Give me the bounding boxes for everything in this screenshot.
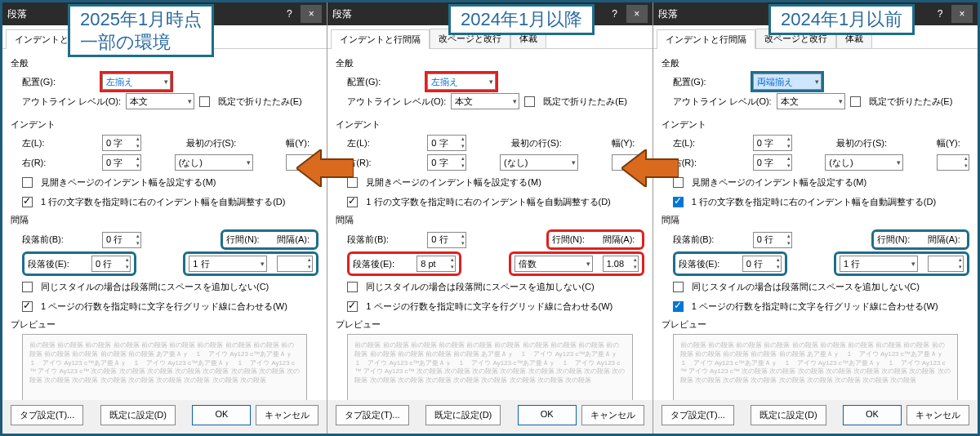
alignment-select[interactable]: 両端揃え bbox=[753, 73, 822, 90]
space-after-input[interactable]: 8 pt bbox=[416, 256, 456, 272]
section-general: 全般 bbox=[336, 57, 644, 69]
grid-label: 1 ページの行数を指定時に文字を行グリッド線に合わせる(W) bbox=[366, 300, 612, 313]
space-after-input[interactable]: 0 行 bbox=[91, 256, 131, 272]
label-linespacing: 行間(N): bbox=[877, 234, 918, 246]
grid-label: 1 ページの行数を指定時に文字を行グリッド線に合わせる(W) bbox=[692, 300, 938, 313]
fold-checkbox[interactable] bbox=[524, 96, 535, 107]
label-outline: アウトライン レベル(O): bbox=[22, 96, 121, 108]
indent-right-input[interactable]: 0 字 bbox=[427, 154, 466, 171]
tabs-button[interactable]: タブ設定(T)... bbox=[336, 405, 408, 425]
svg-marker-0 bbox=[296, 149, 354, 187]
indent-right-input[interactable]: 0 字 bbox=[753, 154, 792, 171]
mirror-label: 見開きページのインデント幅を設定する(M) bbox=[692, 176, 867, 189]
samestyle-checkbox[interactable] bbox=[22, 282, 33, 292]
autoindent-checkbox[interactable] bbox=[673, 197, 684, 207]
label-after: 段落後(E): bbox=[679, 258, 737, 270]
firstline-select[interactable]: (なし) bbox=[500, 154, 578, 171]
grid-checkbox[interactable] bbox=[347, 301, 358, 312]
firstline-select[interactable]: (なし) bbox=[175, 154, 253, 171]
fold-checkbox[interactable] bbox=[199, 96, 210, 107]
default-button[interactable]: 既定に設定(D) bbox=[100, 405, 176, 425]
label-gap: 間隔(A): bbox=[603, 234, 639, 246]
help-icon[interactable]: ? bbox=[281, 8, 297, 20]
label-width: 幅(Y): bbox=[612, 137, 644, 149]
indent-left-input[interactable]: 0 字 bbox=[102, 135, 141, 151]
label-outline: アウトライン レベル(O): bbox=[347, 96, 446, 108]
grid-label: 1 ページの行数を指定時に文字を行グリッド線に合わせる(W) bbox=[41, 300, 287, 313]
grid-checkbox[interactable] bbox=[673, 301, 684, 312]
cancel-button[interactable]: キャンセル bbox=[256, 405, 318, 425]
space-after-input[interactable]: 0 行 bbox=[742, 256, 782, 272]
section-spacing: 間隔 bbox=[662, 214, 969, 226]
tabs-button[interactable]: タブ設定(T)... bbox=[662, 405, 734, 425]
space-before-input[interactable]: 0 行 bbox=[753, 232, 792, 248]
cancel-button[interactable]: キャンセル bbox=[581, 405, 644, 425]
label-linespacing: 行間(N): bbox=[226, 234, 267, 246]
section-general: 全般 bbox=[662, 57, 969, 69]
help-icon[interactable]: ? bbox=[607, 8, 623, 20]
samestyle-checkbox[interactable] bbox=[347, 282, 358, 292]
gap-input[interactable] bbox=[277, 256, 313, 272]
section-preview: プレビュー bbox=[336, 318, 644, 331]
tab-indent-spacing[interactable]: インデントと行間隔 bbox=[331, 29, 430, 49]
label-right: 右(R): bbox=[22, 157, 97, 169]
width-input[interactable] bbox=[937, 154, 969, 171]
alignment-select[interactable]: 左揃え bbox=[102, 73, 171, 90]
label-alignment: 配置(G): bbox=[347, 76, 422, 88]
ok-button[interactable]: OK bbox=[843, 405, 902, 425]
dialog-title: 段落 bbox=[332, 7, 352, 21]
cancel-button[interactable]: キャンセル bbox=[906, 405, 969, 425]
help-icon[interactable]: ? bbox=[932, 8, 948, 20]
tabs-button[interactable]: タブ設定(T)... bbox=[11, 405, 83, 425]
outline-select[interactable]: 本文 bbox=[451, 93, 519, 109]
outline-select[interactable]: 本文 bbox=[777, 93, 845, 109]
gap-input[interactable] bbox=[928, 256, 964, 272]
close-icon[interactable]: × bbox=[301, 5, 322, 23]
label-firstline: 最初の行(S): bbox=[836, 137, 892, 149]
ok-button[interactable]: OK bbox=[192, 405, 251, 425]
indent-left-input[interactable]: 0 字 bbox=[753, 135, 792, 151]
mirror-checkbox[interactable] bbox=[22, 177, 33, 188]
callout-panel3: 2024年1月以前 bbox=[768, 4, 915, 35]
linespacing-select[interactable]: 1 行 bbox=[840, 256, 918, 272]
label-gap: 間隔(A): bbox=[277, 234, 313, 246]
outline-select[interactable]: 本文 bbox=[126, 93, 194, 109]
default-button[interactable]: 既定に設定(D) bbox=[751, 405, 826, 425]
indent-left-input[interactable]: 0 字 bbox=[427, 135, 466, 151]
label-left: 左(L): bbox=[347, 137, 422, 149]
linespacing-select[interactable]: 倍数 bbox=[514, 256, 593, 272]
autoindent-checkbox[interactable] bbox=[347, 197, 358, 207]
samestyle-label: 同じスタイルの場合は段落間にスペースを追加しない(C) bbox=[366, 281, 594, 293]
section-preview: プレビュー bbox=[662, 318, 969, 331]
firstline-select[interactable]: (なし) bbox=[825, 154, 903, 171]
gap-input[interactable]: 1.08 bbox=[603, 256, 639, 272]
grid-checkbox[interactable] bbox=[22, 301, 33, 312]
ok-button[interactable]: OK bbox=[518, 405, 577, 425]
space-before-input[interactable]: 0 行 bbox=[427, 232, 466, 248]
label-left: 左(L): bbox=[673, 137, 748, 149]
default-button[interactable]: 既定に設定(D) bbox=[425, 405, 501, 425]
samestyle-checkbox[interactable] bbox=[673, 282, 684, 292]
section-spacing: 間隔 bbox=[11, 214, 318, 226]
indent-right-input[interactable]: 0 字 bbox=[102, 154, 141, 171]
alignment-select[interactable]: 左揃え bbox=[427, 73, 496, 90]
preview-pane: 前の段落 前の段落 前の段落 前の段落 前の段落 前の段落 前の段落 前の段落 … bbox=[673, 334, 958, 400]
preview-pane: 前の段落 前の段落 前の段落 前の段落 前の段落 前の段落 前の段落 前の段落 … bbox=[347, 334, 632, 400]
label-right: 右(R): bbox=[347, 157, 422, 169]
fold-label: 既定で折りたたみ(E) bbox=[218, 96, 302, 108]
section-indent: インデント bbox=[11, 118, 318, 131]
samestyle-label: 同じスタイルの場合は段落間にスペースを追加しない(C) bbox=[41, 281, 269, 293]
close-icon[interactable]: × bbox=[951, 5, 973, 23]
label-right: 右(R): bbox=[673, 157, 748, 169]
fold-checkbox[interactable] bbox=[850, 96, 861, 107]
space-before-input[interactable]: 0 行 bbox=[102, 232, 141, 248]
autoindent-checkbox[interactable] bbox=[22, 197, 33, 207]
section-indent: インデント bbox=[662, 118, 969, 131]
section-general: 全般 bbox=[11, 57, 318, 69]
arrow-left-icon bbox=[296, 149, 354, 187]
tab-indent-spacing[interactable]: インデントと行間隔 bbox=[657, 29, 755, 49]
label-alignment: 配置(G): bbox=[673, 76, 748, 88]
close-icon[interactable]: × bbox=[626, 5, 648, 23]
linespacing-select[interactable]: 1 行 bbox=[189, 256, 267, 272]
mirror-label: 見開きページのインデント幅を設定する(M) bbox=[41, 176, 216, 189]
